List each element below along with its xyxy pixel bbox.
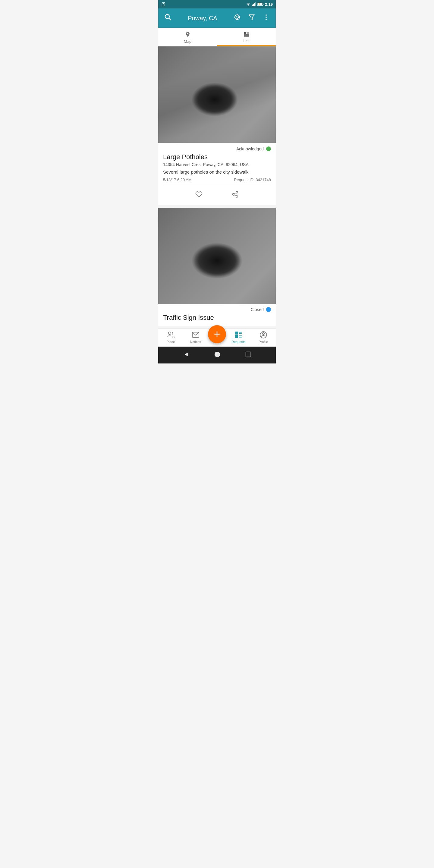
svg-rect-46 bbox=[246, 352, 251, 357]
tab-map[interactable]: Map bbox=[158, 28, 217, 46]
svg-point-22 bbox=[266, 19, 267, 20]
profile-icon bbox=[259, 331, 267, 339]
status-dot-2 bbox=[266, 307, 271, 312]
svg-rect-25 bbox=[247, 32, 249, 35]
card-meta-1: 5/18/17 6:20 AM Request ID: 3421748 bbox=[163, 178, 271, 185]
view-tab-bar: Map List bbox=[158, 28, 276, 46]
card-address-1: 14354 Harvest Cres, Poway, CA, 92064, US… bbox=[163, 162, 271, 167]
card-title-2: Traffic Sign Issue bbox=[163, 314, 271, 321]
card-body-2: Closed Traffic Sign Issue bbox=[158, 304, 276, 326]
back-button[interactable] bbox=[183, 351, 189, 359]
svg-rect-8 bbox=[263, 4, 264, 5]
location-icon[interactable] bbox=[232, 12, 242, 24]
svg-marker-44 bbox=[185, 352, 188, 356]
card-status-row-1: Acknowledged bbox=[163, 147, 271, 151]
nav-item-requests[interactable]: Requests bbox=[226, 331, 251, 344]
tab-active-indicator bbox=[217, 45, 276, 46]
add-button[interactable]: + bbox=[208, 325, 226, 343]
svg-line-10 bbox=[259, 3, 259, 6]
status-label-1: Acknowledged bbox=[236, 147, 264, 151]
nav-label-requests: Requests bbox=[231, 340, 245, 344]
svg-rect-24 bbox=[244, 32, 246, 35]
card-large-potholes: Acknowledged Large Potholes 14354 Harves… bbox=[158, 46, 276, 205]
recents-button[interactable] bbox=[245, 351, 251, 359]
svg-point-13 bbox=[236, 16, 239, 19]
svg-line-33 bbox=[234, 193, 236, 194]
header-right bbox=[232, 12, 271, 24]
nav-item-notices[interactable]: Notices bbox=[183, 331, 208, 344]
tab-list-label: List bbox=[243, 38, 249, 43]
like-button-1[interactable] bbox=[193, 190, 205, 201]
bottom-navigation: Place Notices + Requests bbox=[158, 328, 276, 347]
status-right: 2:19 bbox=[246, 2, 273, 7]
filter-icon[interactable] bbox=[247, 12, 256, 24]
more-options-icon[interactable] bbox=[261, 12, 271, 24]
tab-list[interactable]: List bbox=[217, 28, 276, 46]
status-dot-1 bbox=[266, 147, 271, 151]
signal-icon bbox=[252, 2, 256, 6]
card-actions-1 bbox=[163, 188, 271, 202]
card-request-id-1: Request ID: 3421748 bbox=[234, 178, 271, 182]
content-area: Acknowledged Large Potholes 14354 Harves… bbox=[158, 46, 276, 326]
nav-item-profile[interactable]: Profile bbox=[251, 331, 276, 344]
svg-point-43 bbox=[262, 333, 265, 335]
wifi-icon bbox=[246, 2, 251, 6]
svg-point-34 bbox=[168, 332, 171, 335]
search-icon[interactable] bbox=[163, 12, 173, 24]
notices-icon bbox=[192, 331, 199, 339]
card-image-1 bbox=[158, 46, 276, 143]
nav-label-profile: Profile bbox=[258, 340, 268, 344]
card-status-row-2: Closed bbox=[163, 307, 271, 312]
share-button-1[interactable] bbox=[229, 190, 241, 201]
svg-point-29 bbox=[236, 191, 238, 193]
requests-icon bbox=[235, 331, 242, 339]
list-icon bbox=[244, 31, 250, 37]
svg-line-32 bbox=[234, 195, 236, 196]
svg-point-31 bbox=[236, 195, 238, 197]
svg-line-12 bbox=[169, 19, 171, 20]
status-label-2: Closed bbox=[250, 307, 264, 312]
status-icons bbox=[246, 2, 264, 6]
pothole-photo-1 bbox=[158, 46, 276, 143]
nav-label-notices: Notices bbox=[190, 340, 201, 344]
sim-icon bbox=[161, 2, 165, 6]
nav-label-place: Place bbox=[166, 340, 175, 344]
pothole-photo-2 bbox=[158, 208, 276, 304]
svg-marker-19 bbox=[249, 15, 254, 20]
svg-point-2 bbox=[248, 5, 249, 6]
card-body-1: Acknowledged Large Potholes 14354 Harves… bbox=[158, 143, 276, 205]
status-bar: 2:19 bbox=[158, 0, 276, 8]
header: Poway, CA bbox=[158, 8, 276, 28]
svg-rect-9 bbox=[257, 3, 262, 5]
svg-rect-5 bbox=[254, 3, 255, 6]
svg-point-14 bbox=[235, 15, 240, 20]
svg-point-23 bbox=[187, 33, 188, 34]
card-date-1: 5/18/17 6:20 AM bbox=[163, 178, 192, 182]
card-traffic-sign: Closed Traffic Sign Issue bbox=[158, 208, 276, 326]
battery-icon bbox=[257, 2, 264, 6]
svg-point-45 bbox=[215, 351, 220, 357]
svg-rect-3 bbox=[252, 4, 253, 6]
map-pin-icon bbox=[185, 31, 191, 38]
card-description-1: Several large potholes on the city sidew… bbox=[163, 169, 271, 175]
card-title-1: Large Potholes bbox=[163, 153, 271, 161]
svg-rect-4 bbox=[253, 4, 254, 6]
status-time: 2:19 bbox=[265, 2, 273, 7]
svg-rect-37 bbox=[235, 335, 238, 338]
svg-rect-36 bbox=[235, 332, 238, 335]
system-nav-bar bbox=[158, 347, 276, 364]
svg-rect-1 bbox=[163, 3, 164, 4]
status-left bbox=[161, 2, 165, 6]
home-button[interactable] bbox=[214, 351, 221, 359]
svg-rect-6 bbox=[255, 2, 256, 6]
svg-point-21 bbox=[266, 17, 267, 18]
nav-item-place[interactable]: Place bbox=[158, 331, 183, 344]
card-image-2 bbox=[158, 208, 276, 304]
tab-map-label: Map bbox=[184, 39, 191, 44]
svg-point-30 bbox=[232, 193, 234, 195]
header-title: Poway, CA bbox=[176, 15, 229, 22]
svg-rect-0 bbox=[162, 2, 164, 6]
svg-point-20 bbox=[266, 14, 267, 16]
place-icon bbox=[167, 331, 175, 339]
